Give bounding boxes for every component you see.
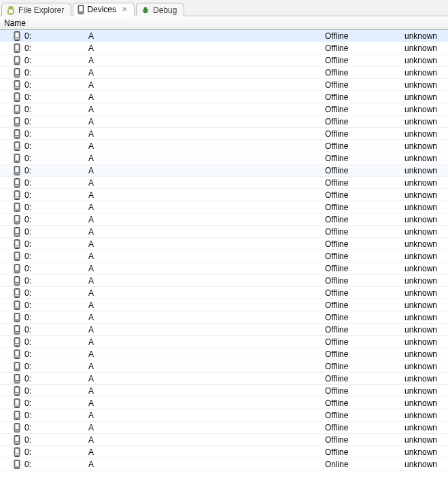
device-row[interactable]: 0:AOnlineunknown [0,458,448,471]
device-row-icon-cell [0,203,23,212]
device-row[interactable]: 0:AOfflineunknown [0,397,448,409]
device-row[interactable]: 0:AOfflineunknown [0,385,448,397]
device-row[interactable]: 0:AOfflineunknown [0,30,448,42]
svg-point-122 [16,197,17,198]
device-col-a: A [88,337,325,347]
device-row[interactable]: 0:AOfflineunknown [0,287,448,299]
svg-point-81 [15,136,16,137]
svg-point-94 [18,150,18,150]
device-row-icon-cell [0,460,23,469]
svg-rect-88 [15,142,19,148]
device-row[interactable]: 0:AOfflineunknown [0,165,448,177]
device-unknown: unknown [390,460,448,469]
device-unknown: unknown [390,92,448,102]
svg-point-76 [15,125,16,126]
device-row[interactable]: 0:AOfflineunknown [0,360,448,373]
device-id: 0: [23,105,88,114]
tab-label: File Explorer [18,5,64,15]
svg-point-121 [15,197,16,198]
device-row[interactable]: 0:AOfflineunknown [0,250,448,262]
device-row[interactable]: 0:AOfflineunknown [0,54,448,67]
device-id: 0: [23,154,88,163]
svg-point-298 [16,466,17,467]
device-status: Offline [325,313,390,322]
close-icon[interactable]: ✕ [122,6,127,13]
tab-devices[interactable]: Devices✕ [73,3,135,16]
svg-point-291 [18,454,18,455]
device-row[interactable]: 0:AOfflineunknown [0,238,448,250]
device-col-a: A [88,117,325,126]
device-row[interactable]: 0:AOfflineunknown [0,140,448,152]
device-row[interactable]: 0:AOfflineunknown [0,299,448,311]
svg-point-110 [18,174,18,175]
device-col-a: A [88,178,325,188]
device-row[interactable]: 0:AOfflineunknown [0,275,448,287]
phone-icon [14,227,20,237]
svg-point-101 [16,162,17,163]
svg-point-284 [15,443,16,444]
device-unknown: unknown [390,129,448,139]
svg-rect-1 [79,6,83,12]
column-header-name[interactable]: Name [0,16,448,30]
svg-point-269 [16,419,17,420]
device-status: Offline [325,227,390,237]
svg-point-75 [18,124,18,124]
device-row[interactable]: 0:AOfflineunknown [0,91,448,103]
device-row[interactable]: 0:AOfflineunknown [0,262,448,275]
device-row[interactable]: 0:AOfflineunknown [0,336,448,348]
device-id: 0: [23,325,88,335]
device-row[interactable]: 0:AOfflineunknown [0,79,448,91]
device-row[interactable]: 0:AOfflineunknown [0,226,448,238]
svg-rect-96 [15,154,19,160]
device-row[interactable]: 0:AOfflineunknown [0,201,448,214]
svg-point-44 [15,76,16,77]
device-row[interactable]: 0:AOfflineunknown [0,434,448,446]
device-row[interactable]: 0:AOfflineunknown [0,409,448,422]
svg-point-91 [18,148,18,149]
device-row[interactable]: 0:AOfflineunknown [0,189,448,201]
device-col-a: A [88,166,325,175]
device-row[interactable]: 0:AOfflineunknown [0,67,448,79]
device-row-icon-cell [0,141,23,151]
svg-point-132 [15,211,16,211]
device-row[interactable]: 0:AOfflineunknown [0,373,448,385]
tab-file-explorer[interactable]: File Explorer [1,3,71,16]
device-id: 0: [23,447,88,457]
device-row[interactable]: 0:AOfflineunknown [0,422,448,434]
device-row[interactable]: 0:AOfflineunknown [0,214,448,226]
svg-point-249 [15,393,16,394]
device-row-icon-cell [0,44,23,53]
phone-icon [77,5,84,14]
device-row[interactable]: 0:AOfflineunknown [0,311,448,324]
svg-point-169 [15,271,16,271]
svg-point-74 [16,124,17,124]
svg-point-259 [18,405,18,406]
tab-debug[interactable]: Debug [136,3,184,16]
svg-point-163 [18,258,18,259]
device-row[interactable]: 0:AOfflineunknown [0,128,448,140]
device-unknown: unknown [390,166,448,175]
svg-point-195 [18,307,18,308]
svg-point-164 [15,260,16,260]
device-row[interactable]: 0:AOfflineunknown [0,152,448,165]
device-id: 0: [23,117,88,126]
phone-icon [14,264,20,273]
device-row[interactable]: 0:AOfflineunknown [0,103,448,116]
device-row[interactable]: 0:AOfflineunknown [0,42,448,54]
svg-point-281 [15,442,16,443]
svg-point-118 [18,186,18,187]
device-col-a: A [88,264,325,273]
svg-point-138 [16,222,17,222]
device-row[interactable]: 0:AOfflineunknown [0,177,448,189]
svg-rect-48 [15,81,19,86]
phone-icon [14,252,20,261]
svg-rect-64 [15,105,19,111]
svg-rect-248 [15,387,19,392]
device-row[interactable]: 0:AOfflineunknown [0,348,448,360]
device-col-a: A [88,374,325,383]
device-row[interactable]: 0:AOfflineunknown [0,324,448,336]
phone-icon [14,239,20,249]
device-row[interactable]: 0:AOfflineunknown [0,446,448,458]
device-row[interactable]: 0:AOfflineunknown [0,116,448,128]
svg-point-161 [15,258,16,259]
